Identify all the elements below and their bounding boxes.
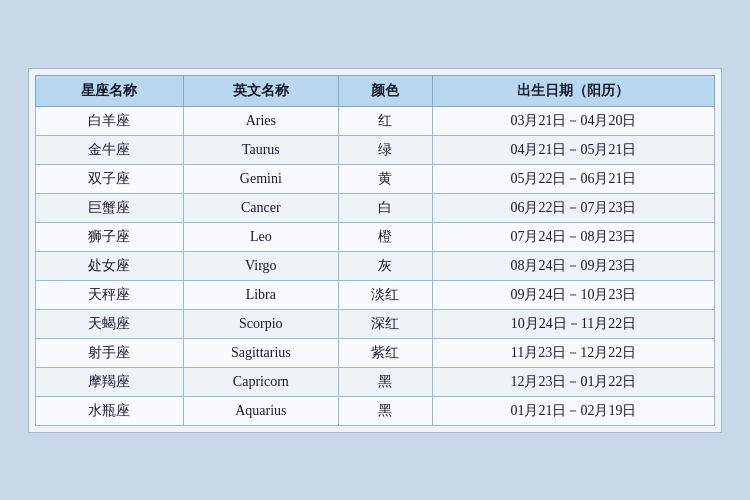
header-col-0: 星座名称: [36, 75, 184, 106]
cell-4-2: 橙: [338, 222, 432, 251]
cell-1-2: 绿: [338, 135, 432, 164]
cell-1-0: 金牛座: [36, 135, 184, 164]
cell-8-1: Sagittarius: [183, 338, 338, 367]
cell-2-0: 双子座: [36, 164, 184, 193]
cell-6-0: 天秤座: [36, 280, 184, 309]
cell-0-0: 白羊座: [36, 106, 184, 135]
cell-6-3: 09月24日－10月23日: [432, 280, 714, 309]
cell-9-0: 摩羯座: [36, 367, 184, 396]
table-row: 白羊座Aries红03月21日－04月20日: [36, 106, 715, 135]
cell-8-3: 11月23日－12月22日: [432, 338, 714, 367]
cell-5-2: 灰: [338, 251, 432, 280]
cell-3-3: 06月22日－07月23日: [432, 193, 714, 222]
cell-1-3: 04月21日－05月21日: [432, 135, 714, 164]
table-header-row: 星座名称英文名称颜色出生日期（阳历）: [36, 75, 715, 106]
cell-2-3: 05月22日－06月21日: [432, 164, 714, 193]
cell-0-2: 红: [338, 106, 432, 135]
table-row: 天蝎座Scorpio深红10月24日－11月22日: [36, 309, 715, 338]
zodiac-table: 星座名称英文名称颜色出生日期（阳历） 白羊座Aries红03月21日－04月20…: [35, 75, 715, 426]
cell-4-3: 07月24日－08月23日: [432, 222, 714, 251]
cell-0-1: Aries: [183, 106, 338, 135]
table-row: 金牛座Taurus绿04月21日－05月21日: [36, 135, 715, 164]
table-row: 双子座Gemini黄05月22日－06月21日: [36, 164, 715, 193]
cell-7-3: 10月24日－11月22日: [432, 309, 714, 338]
table-body: 白羊座Aries红03月21日－04月20日金牛座Taurus绿04月21日－0…: [36, 106, 715, 425]
cell-9-3: 12月23日－01月22日: [432, 367, 714, 396]
table-row: 水瓶座Aquarius黑01月21日－02月19日: [36, 396, 715, 425]
table-row: 巨蟹座Cancer白06月22日－07月23日: [36, 193, 715, 222]
cell-2-2: 黄: [338, 164, 432, 193]
table-row: 天秤座Libra淡红09月24日－10月23日: [36, 280, 715, 309]
cell-7-1: Scorpio: [183, 309, 338, 338]
table-row: 狮子座Leo橙07月24日－08月23日: [36, 222, 715, 251]
cell-7-2: 深红: [338, 309, 432, 338]
cell-10-0: 水瓶座: [36, 396, 184, 425]
cell-7-0: 天蝎座: [36, 309, 184, 338]
cell-3-1: Cancer: [183, 193, 338, 222]
header-col-3: 出生日期（阳历）: [432, 75, 714, 106]
table-row: 射手座Sagittarius紫红11月23日－12月22日: [36, 338, 715, 367]
cell-3-2: 白: [338, 193, 432, 222]
zodiac-table-container: 星座名称英文名称颜色出生日期（阳历） 白羊座Aries红03月21日－04月20…: [28, 68, 722, 433]
cell-9-2: 黑: [338, 367, 432, 396]
cell-4-1: Leo: [183, 222, 338, 251]
cell-10-3: 01月21日－02月19日: [432, 396, 714, 425]
cell-3-0: 巨蟹座: [36, 193, 184, 222]
cell-5-1: Virgo: [183, 251, 338, 280]
cell-4-0: 狮子座: [36, 222, 184, 251]
cell-1-1: Taurus: [183, 135, 338, 164]
cell-5-3: 08月24日－09月23日: [432, 251, 714, 280]
cell-5-0: 处女座: [36, 251, 184, 280]
table-row: 处女座Virgo灰08月24日－09月23日: [36, 251, 715, 280]
cell-6-2: 淡红: [338, 280, 432, 309]
cell-6-1: Libra: [183, 280, 338, 309]
header-col-1: 英文名称: [183, 75, 338, 106]
cell-10-2: 黑: [338, 396, 432, 425]
cell-8-0: 射手座: [36, 338, 184, 367]
table-row: 摩羯座Capricorn黑12月23日－01月22日: [36, 367, 715, 396]
header-col-2: 颜色: [338, 75, 432, 106]
cell-2-1: Gemini: [183, 164, 338, 193]
cell-8-2: 紫红: [338, 338, 432, 367]
cell-9-1: Capricorn: [183, 367, 338, 396]
cell-10-1: Aquarius: [183, 396, 338, 425]
cell-0-3: 03月21日－04月20日: [432, 106, 714, 135]
